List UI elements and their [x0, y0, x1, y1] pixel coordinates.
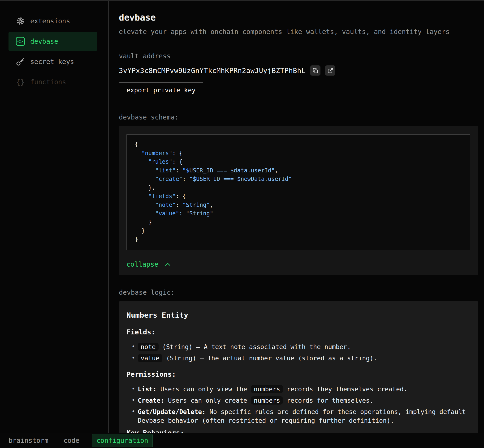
- code-line: "value": "String": [135, 209, 463, 218]
- sidebar-item-extensions[interactable]: extensions: [8, 12, 97, 31]
- vault-address-value: 3vYPx3c8mCMPvw9UzGnYTkcMhKPRn2awJUyjBZTP…: [119, 67, 306, 75]
- tab-brainstorm[interactable]: brainstorm: [8, 437, 49, 444]
- copy-icon: [312, 68, 319, 74]
- copy-button[interactable]: [310, 65, 320, 76]
- external-link-icon: [327, 68, 333, 74]
- code-line: }: [135, 235, 463, 244]
- code-line: "note": "String",: [135, 201, 463, 209]
- list-item: Get/Update/Delete: No specific rules are…: [126, 407, 471, 425]
- list-item: List: Users can only view the numbers re…: [126, 385, 471, 393]
- code-line: }: [135, 218, 463, 227]
- schema-code: { "numbers": { "rules": { "list": "$USER…: [126, 134, 470, 250]
- sidebar-item-label: devbase: [30, 38, 58, 45]
- list-item: Create: Users can only create numbers re…: [126, 396, 471, 405]
- sidebar-item-label: secret keys: [30, 58, 74, 66]
- export-private-key-button[interactable]: export private key: [119, 82, 203, 98]
- sidebar-item-secret-keys[interactable]: secret keys: [8, 52, 97, 71]
- list-item: note (String) – A text note associated w…: [126, 343, 471, 351]
- key-icon: [15, 56, 25, 67]
- open-external-button[interactable]: [325, 65, 335, 76]
- logic-section-label: devbase logic:: [119, 288, 479, 297]
- schema-section-label: devbase schema:: [119, 113, 479, 122]
- vault-address-row: 3vYPx3c8mCMPvw9UzGnYTkcMhKPRn2awJUyjBZTP…: [119, 65, 479, 76]
- code-line: },: [135, 184, 463, 192]
- code-chip: numbers: [251, 385, 283, 393]
- bottom-tab-bar: brainstorm code configuration: [0, 433, 484, 448]
- tab-code[interactable]: code: [64, 437, 79, 444]
- sidebar: extensions <> devbase secret keys: [0, 1, 109, 448]
- braces-icon: {}: [15, 77, 25, 87]
- code-line: "list": "$USER_ID === $data.userId",: [135, 166, 463, 175]
- gear-icon: [15, 16, 25, 26]
- code-icon: <>: [15, 36, 25, 47]
- chevron-up-icon: [164, 262, 171, 267]
- code-line: "fields": {: [135, 192, 463, 201]
- fields-list: note (String) – A text note associated w…: [126, 343, 471, 362]
- page-title: devbase: [119, 13, 479, 23]
- entity-title: Numbers Entity: [126, 310, 471, 320]
- permissions-heading: Permissions:: [126, 370, 471, 379]
- code-line: "create": "$USER_ID === $newData.userId": [135, 175, 463, 184]
- page-subtitle: elevate your apps with onchain component…: [119, 27, 479, 37]
- app-window: extensions <> devbase secret keys: [0, 0, 484, 448]
- permissions-list: List: Users can only view the numbers re…: [126, 385, 471, 425]
- collapse-button[interactable]: collapse: [126, 260, 171, 269]
- code-chip: numbers: [251, 396, 283, 405]
- code-chip: value: [138, 354, 162, 362]
- schema-panel: { "numbers": { "rules": { "list": "$USER…: [119, 126, 478, 275]
- code-chip: note: [138, 343, 159, 351]
- sidebar-item-label: extensions: [30, 17, 70, 25]
- main-content: devbase elevate your apps with onchain c…: [109, 1, 484, 448]
- code-line: }: [135, 226, 463, 235]
- list-item: value (String) – The actual number value…: [126, 354, 471, 362]
- code-line: "rules": {: [135, 158, 463, 166]
- fields-heading: Fields:: [126, 327, 471, 337]
- vault-address-label: vault address: [119, 52, 479, 61]
- code-line: "numbers": {: [135, 149, 463, 158]
- tab-configuration[interactable]: configuration: [92, 434, 153, 447]
- sidebar-item-label: functions: [30, 78, 66, 86]
- sidebar-item-devbase[interactable]: <> devbase: [8, 32, 97, 51]
- logic-panel: Numbers Entity Fields: note (String) – A…: [119, 301, 478, 448]
- code-line: {: [135, 140, 463, 149]
- collapse-label: collapse: [126, 260, 158, 269]
- sidebar-item-functions: {} functions: [8, 72, 97, 91]
